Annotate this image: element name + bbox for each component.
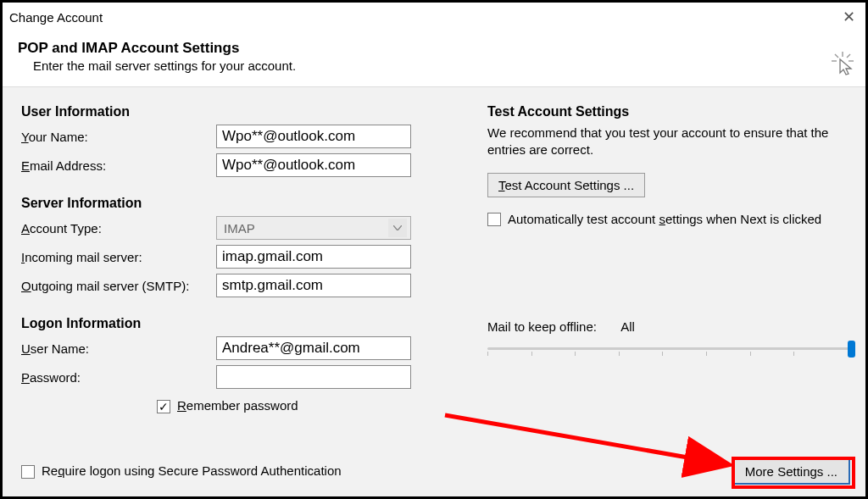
account-type-select: IMAP: [216, 216, 411, 240]
remember-password-label: Remember password: [177, 397, 298, 414]
change-account-window: Change Account ✕ POP and IMAP Account Se…: [0, 0, 868, 499]
email-address-label: Email Address:: [21, 158, 216, 173]
mail-offline-label: Mail to keep offline:: [487, 319, 597, 334]
user-name-input[interactable]: [216, 336, 411, 360]
password-label: Password:: [21, 370, 216, 385]
user-information-heading: User Information: [21, 104, 428, 119]
incoming-server-input[interactable]: [216, 245, 411, 269]
header-subtitle: Enter the mail server settings for your …: [18, 58, 850, 73]
header-title: POP and IMAP Account Settings: [18, 40, 850, 57]
test-account-settings-button[interactable]: Test Account Settings ...: [487, 173, 645, 197]
cursor-click-icon: [832, 52, 854, 80]
email-address-input[interactable]: [216, 153, 411, 177]
svg-line-4: [847, 54, 850, 58]
logon-information-heading: Logon Information: [21, 316, 428, 331]
account-type-value: IMAP: [224, 221, 255, 236]
password-input[interactable]: [216, 365, 411, 389]
close-icon[interactable]: ✕: [839, 8, 859, 26]
more-settings-button[interactable]: More Settings ...: [732, 458, 850, 485]
svg-line-3: [835, 54, 838, 58]
test-account-settings-heading: Test Account Settings: [487, 104, 852, 119]
outgoing-server-label: Outgoing mail server (SMTP):: [21, 279, 216, 293]
chevron-down-icon: [388, 219, 407, 237]
user-name-label: User Name:: [21, 341, 216, 356]
left-column: User Information Your Name: Email Addres…: [21, 104, 428, 414]
right-column: Test Account Settings We recommend that …: [453, 104, 852, 414]
titlebar: Change Account ✕: [3, 3, 865, 31]
account-type-label: Account Type:: [21, 221, 216, 236]
window-title: Change Account: [9, 10, 103, 25]
your-name-label: Your Name:: [21, 130, 216, 144]
test-account-description: We recommend that you test your account …: [487, 125, 852, 159]
annotation-arrow-icon: [442, 408, 747, 486]
mail-offline-slider[interactable]: [487, 341, 852, 358]
mail-offline-value: All: [620, 319, 635, 334]
auto-test-checkbox[interactable]: [487, 213, 501, 226]
require-spa-checkbox[interactable]: [21, 465, 35, 479]
incoming-server-label: Incoming mail server:: [21, 250, 216, 264]
server-information-heading: Server Information: [21, 196, 428, 211]
slider-thumb[interactable]: [848, 341, 855, 358]
svg-line-5: [445, 415, 726, 464]
your-name-input[interactable]: [216, 125, 411, 148]
mail-offline-row: Mail to keep offline: All: [487, 319, 852, 334]
dialog-header: POP and IMAP Account Settings Enter the …: [3, 31, 865, 87]
outgoing-server-input[interactable]: [216, 274, 411, 297]
require-spa-label: Require logon using Secure Password Auth…: [42, 463, 342, 480]
remember-password-checkbox[interactable]: [157, 400, 170, 413]
auto-test-label: Automatically test account settings when…: [508, 211, 821, 228]
